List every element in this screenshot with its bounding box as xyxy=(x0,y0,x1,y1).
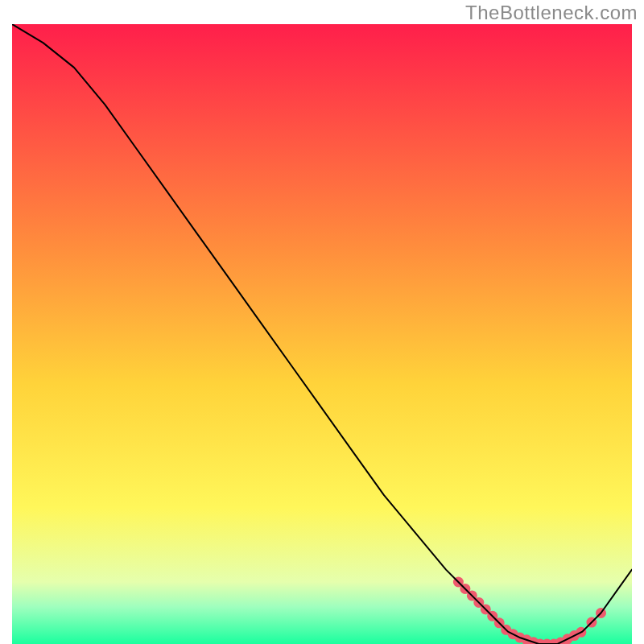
watermark-text: TheBottleneck.com xyxy=(465,2,638,24)
plot-area xyxy=(12,24,632,644)
chart-stage: TheBottleneck.com xyxy=(0,0,644,644)
chart-svg xyxy=(12,24,632,644)
chart-background xyxy=(12,24,632,644)
